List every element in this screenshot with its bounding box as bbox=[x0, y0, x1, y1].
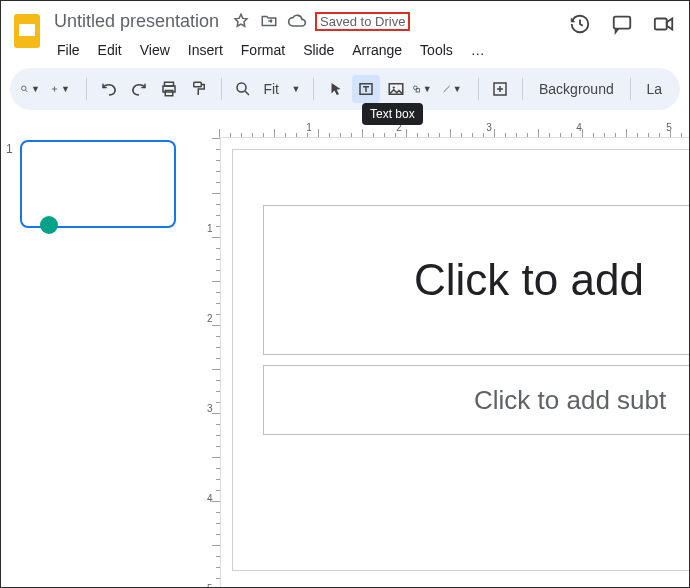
filmstrip: 1 bbox=[0, 120, 195, 588]
svg-point-5 bbox=[22, 86, 27, 91]
select-tool-button[interactable] bbox=[322, 75, 350, 103]
svg-point-13 bbox=[392, 86, 394, 88]
menu-bar: File Edit View Insert Format Slide Arran… bbox=[50, 38, 568, 62]
toolbar-separator bbox=[630, 78, 631, 100]
svg-rect-4 bbox=[655, 19, 667, 30]
zoom-fit-label[interactable]: Fit bbox=[259, 81, 283, 97]
doc-title[interactable]: Untitled presentation bbox=[50, 10, 223, 33]
menu-edit[interactable]: Edit bbox=[91, 40, 129, 60]
slide-canvas[interactable]: Click to add Click to add subt bbox=[233, 150, 690, 570]
new-slide-button[interactable]: ▼ bbox=[50, 75, 78, 103]
svg-rect-1 bbox=[19, 24, 35, 36]
cloud-saved-icon[interactable] bbox=[287, 11, 307, 31]
horizontal-ruler[interactable]: 1 2 3 4 5 6 bbox=[219, 120, 690, 138]
ruler-h-label: 3 bbox=[486, 122, 492, 133]
insert-line-button[interactable]: ▼ bbox=[442, 75, 470, 103]
insert-image-button[interactable] bbox=[382, 75, 410, 103]
undo-button[interactable] bbox=[95, 75, 123, 103]
ruler-v-label: 3 bbox=[207, 403, 213, 414]
toolbar-separator bbox=[478, 78, 479, 100]
search-menus-button[interactable]: ▼ bbox=[20, 75, 48, 103]
save-status-badge[interactable]: Saved to Drive bbox=[315, 12, 410, 31]
menu-file[interactable]: File bbox=[50, 40, 87, 60]
presence-dot-icon bbox=[40, 216, 58, 234]
subtitle-placeholder[interactable]: Click to add subt bbox=[263, 365, 690, 435]
canvas-area: 1 2 3 4 5 6 1 2 3 4 5 Click to add Click… bbox=[195, 120, 690, 588]
move-folder-icon[interactable] bbox=[259, 11, 279, 31]
toolbar: ▼ ▼ Fit ▼ bbox=[10, 68, 680, 110]
toolbar-separator bbox=[313, 78, 314, 100]
ruler-v-label: 2 bbox=[207, 313, 213, 324]
insert-comment-button[interactable] bbox=[486, 75, 514, 103]
ruler-v-label: 1 bbox=[207, 223, 213, 234]
star-icon[interactable] bbox=[231, 11, 251, 31]
vertical-ruler[interactable]: 1 2 3 4 5 bbox=[207, 138, 221, 588]
print-button[interactable] bbox=[155, 75, 183, 103]
menu-view[interactable]: View bbox=[133, 40, 177, 60]
meet-icon[interactable] bbox=[652, 12, 676, 36]
history-icon[interactable] bbox=[568, 12, 592, 36]
zoom-dropdown[interactable]: ▼ bbox=[285, 75, 305, 103]
redo-button[interactable] bbox=[125, 75, 153, 103]
svg-rect-3 bbox=[614, 17, 631, 29]
menu-format[interactable]: Format bbox=[234, 40, 292, 60]
tooltip-text-box: Text box bbox=[362, 103, 423, 125]
background-button[interactable]: Background bbox=[531, 81, 622, 97]
insert-shape-button[interactable]: ▼ bbox=[412, 75, 440, 103]
slide-number: 1 bbox=[6, 140, 20, 580]
menu-slide[interactable]: Slide bbox=[296, 40, 341, 60]
toolbar-separator bbox=[221, 78, 222, 100]
slides-logo[interactable] bbox=[10, 8, 44, 54]
svg-point-14 bbox=[413, 86, 417, 90]
zoom-tool-button[interactable] bbox=[229, 75, 257, 103]
menu-tools[interactable]: Tools bbox=[413, 40, 460, 60]
paint-format-button[interactable] bbox=[185, 75, 213, 103]
comments-icon[interactable] bbox=[610, 12, 634, 36]
menu-insert[interactable]: Insert bbox=[181, 40, 230, 60]
toolbar-separator bbox=[522, 78, 523, 100]
ruler-h-label: 4 bbox=[576, 122, 582, 133]
slide-thumbnail-1[interactable] bbox=[20, 140, 176, 228]
menu-arrange[interactable]: Arrange bbox=[345, 40, 409, 60]
svg-rect-9 bbox=[193, 82, 201, 87]
layout-button[interactable]: La bbox=[638, 81, 670, 97]
text-box-button[interactable] bbox=[352, 75, 380, 103]
toolbar-separator bbox=[86, 78, 87, 100]
svg-point-10 bbox=[237, 83, 246, 92]
ruler-v-label: 5 bbox=[207, 583, 213, 589]
title-placeholder[interactable]: Click to add bbox=[263, 205, 690, 355]
menu-more[interactable]: … bbox=[464, 40, 492, 60]
ruler-h-label: 1 bbox=[306, 122, 312, 133]
